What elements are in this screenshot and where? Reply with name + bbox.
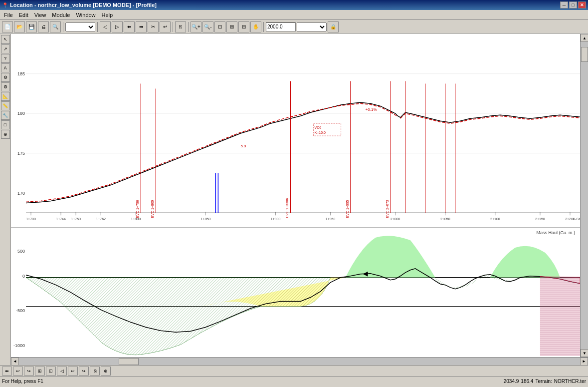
- scroll-right-button[interactable]: ►: [580, 358, 588, 366]
- menu-item-edit[interactable]: Edit: [16, 11, 31, 19]
- svg-text:500: 500: [17, 249, 25, 254]
- scroll-track-vertical[interactable]: [581, 42, 588, 349]
- toolbar: 📄 📂 💾 🖨 🔍 ◁ ▷ ⬅ ➡ ✂ ↩ ⎘ 🔍+ 🔍- ⊡ ⊞ ⊟ ✋ 🔒: [0, 20, 588, 34]
- zoom-window-button[interactable]: ⊟: [238, 21, 249, 32]
- zoom-value-input[interactable]: [266, 22, 296, 31]
- open-button[interactable]: 📂: [14, 21, 25, 32]
- scroll-left-button[interactable]: ◄: [11, 358, 19, 366]
- svg-text:BVC 2+073: BVC 2+073: [386, 200, 389, 218]
- svg-text:2+150: 2+150: [535, 217, 545, 221]
- svg-text:EVC 1+796: EVC 1+796: [136, 200, 139, 218]
- svg-text:1+762: 1+762: [96, 217, 106, 221]
- menu-item-view[interactable]: View: [31, 11, 49, 19]
- menu-bar: FileEditViewModuleWindowHelp: [0, 10, 588, 20]
- svg-text:EVC 1+995: EVC 1+995: [346, 200, 349, 218]
- svg-text:185: 185: [17, 71, 25, 76]
- scroll-track-horizontal[interactable]: [19, 358, 580, 366]
- window-title: Location - northcr_low_volume [DEMO MODE…: [10, 2, 560, 8]
- toolbar-separator-5: [263, 22, 264, 32]
- btm-tool-7[interactable]: ↩: [68, 367, 78, 376]
- btm-tool-6[interactable]: ◁: [57, 367, 67, 376]
- svg-text:5.9: 5.9: [240, 144, 246, 148]
- tool-text[interactable]: A: [1, 63, 10, 72]
- svg-text:1+700: 1+700: [26, 217, 36, 221]
- view-dropdown[interactable]: [65, 22, 95, 31]
- tool-wrench[interactable]: 🔧: [1, 111, 10, 120]
- back-button[interactable]: ◁: [100, 21, 111, 32]
- tool-gear2[interactable]: ⚙: [1, 82, 10, 91]
- minimize-button[interactable]: ─: [560, 1, 568, 8]
- coord1: 2034.9: [504, 379, 519, 384]
- svg-text:1+800: 1+800: [131, 217, 141, 221]
- bottom-toolbar: ⬅ ↩ ↪ ⊞ ⊡ ◁ ↩ ↪ ⎘ ⊕: [0, 365, 588, 376]
- tool-help[interactable]: ?: [1, 54, 10, 63]
- toolbar-separator-2: [97, 22, 98, 32]
- svg-text:1+850: 1+850: [201, 217, 211, 221]
- pan-button[interactable]: ✋: [250, 21, 261, 32]
- profile-svg: 185 180 175 170 EVC 1+796: [11, 34, 580, 357]
- menu-item-file[interactable]: File: [1, 11, 16, 19]
- svg-text:1+750: 1+750: [71, 217, 81, 221]
- lock-button[interactable]: 🔒: [328, 21, 339, 32]
- btm-tool-1[interactable]: ⬅: [2, 367, 12, 376]
- btm-tool-10[interactable]: ⊕: [101, 367, 111, 376]
- svg-text:+0.1%: +0.1%: [366, 107, 377, 112]
- help-text: For Help, press F1: [2, 379, 43, 384]
- svg-text:Mass Haul (Cu. m.): Mass Haul (Cu. m.): [537, 230, 575, 235]
- menu-item-window[interactable]: Window: [73, 11, 98, 19]
- scroll-thumb-horizontal[interactable]: [119, 358, 139, 365]
- scroll-up-button[interactable]: ▲: [581, 34, 588, 42]
- scroll-thumb-vertical[interactable]: [581, 47, 588, 62]
- tool-arrow[interactable]: ↗: [1, 44, 10, 53]
- svg-text:1+950: 1+950: [326, 217, 336, 221]
- zoom-reset-button[interactable]: ⊞: [226, 21, 237, 32]
- nav2-button[interactable]: ➡: [136, 21, 147, 32]
- svg-text:2+100: 2+100: [490, 217, 500, 221]
- toolbar-separator-4: [188, 22, 189, 32]
- window-controls: ─ □ ✕: [560, 1, 586, 8]
- tool-ruler[interactable]: 📏: [1, 101, 10, 110]
- zoom-fit-button[interactable]: ⊡: [214, 21, 225, 32]
- toolbar-separator-1: [63, 22, 63, 32]
- btm-tool-4[interactable]: ⊞: [35, 367, 45, 376]
- coord2: 186.4: [521, 379, 533, 384]
- svg-text:BVC 1+809: BVC 1+809: [151, 200, 154, 218]
- terrain-label: Terrain:: [535, 379, 552, 384]
- close-button[interactable]: ✕: [578, 1, 586, 8]
- tool-measure[interactable]: 📐: [1, 92, 10, 101]
- zoom-in-button[interactable]: 🔍+: [191, 21, 201, 32]
- help-text-section: For Help, press F1: [2, 379, 43, 384]
- svg-text:2+050: 2+050: [440, 217, 450, 221]
- btm-tool-5[interactable]: ⊡: [46, 367, 56, 376]
- tool-gear1[interactable]: ⚙: [1, 73, 10, 82]
- save-button[interactable]: 💾: [26, 21, 37, 32]
- menu-item-module[interactable]: Module: [49, 11, 73, 19]
- zoom-out-button[interactable]: 🔍-: [202, 21, 213, 32]
- chart-area[interactable]: 185 180 175 170 EVC 1+796: [11, 34, 580, 357]
- scroll-down-button[interactable]: ▼: [581, 349, 588, 357]
- menu-item-help[interactable]: Help: [99, 11, 116, 19]
- zoom-dropdown[interactable]: [297, 22, 327, 31]
- tool-plus[interactable]: ⊕: [1, 130, 10, 139]
- svg-text:-1000: -1000: [13, 343, 25, 348]
- maximize-button[interactable]: □: [569, 1, 577, 8]
- btm-tool-2[interactable]: ↩: [13, 367, 23, 376]
- undo-button[interactable]: ↩: [160, 21, 171, 32]
- cut-button[interactable]: ✂: [148, 21, 159, 32]
- tool-select[interactable]: ↖: [1, 35, 10, 44]
- forward-button[interactable]: ▷: [112, 21, 123, 32]
- new-button[interactable]: 📄: [2, 21, 13, 32]
- btm-tool-8[interactable]: ↪: [79, 367, 89, 376]
- btm-tool-3[interactable]: ↪: [24, 367, 34, 376]
- btm-tool-9[interactable]: ⎘: [90, 367, 100, 376]
- svg-text:170: 170: [17, 191, 25, 196]
- coords-section: 2034.9 186.4 Terrain: NORTHCR.ter: [504, 379, 586, 384]
- print-button[interactable]: 🖨: [38, 21, 49, 32]
- right-scrollbar: ▲ ▼: [580, 34, 588, 357]
- tool-box[interactable]: □: [1, 120, 10, 129]
- nav-button[interactable]: ⬅: [124, 21, 135, 32]
- svg-text:L-Stn: L-Stn: [574, 217, 580, 221]
- preview-button[interactable]: 🔍: [50, 21, 61, 32]
- copy-button[interactable]: ⎘: [175, 21, 186, 32]
- svg-text:BVC 1+3386: BVC 1+3386: [285, 198, 289, 218]
